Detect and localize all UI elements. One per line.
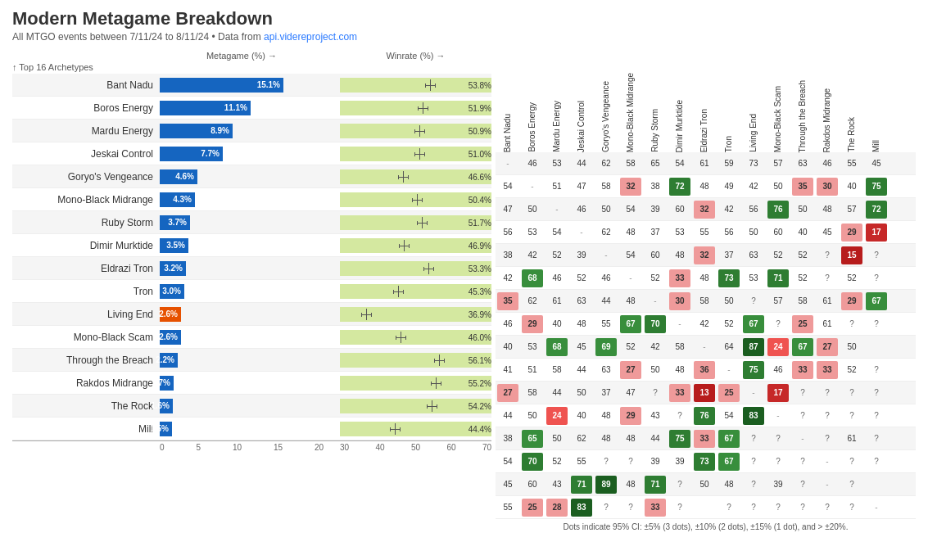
matrix-cell: 55 bbox=[594, 314, 618, 335]
matrix-col-header: Mill bbox=[864, 62, 889, 152]
matrix-cell: 48 bbox=[618, 428, 643, 449]
matrix-cell: 29 bbox=[618, 405, 643, 427]
matrix-cell: 62 bbox=[594, 222, 618, 243]
matrix-cell: 75 bbox=[741, 359, 766, 381]
cell-colored: 33 bbox=[645, 499, 666, 517]
chart-row: Mono-Black Scam 2.6% 46.0% bbox=[12, 326, 491, 349]
matrix-cell: 72 bbox=[668, 176, 692, 197]
matrix-cell: 40 bbox=[496, 336, 520, 358]
matrix-cell: 62 bbox=[569, 428, 594, 449]
matrix-cell: 76 bbox=[692, 405, 717, 427]
data-source-link[interactable]: api.videreproject.com bbox=[264, 31, 357, 43]
archetype-label: The Rock bbox=[12, 400, 160, 412]
meta-bar: 3.2% bbox=[160, 261, 186, 276]
matrix-cell: 48 bbox=[692, 176, 717, 197]
matrix-cell: 73 bbox=[717, 268, 741, 289]
cell-colored: 17 bbox=[866, 224, 887, 242]
matrix-cell: 48 bbox=[618, 222, 643, 243]
matrix-cell: ? bbox=[790, 405, 815, 427]
winrate-marker bbox=[419, 148, 420, 160]
matrix-cell: 58 bbox=[520, 382, 545, 404]
matrix-row: -465344625865546159735763465545 bbox=[496, 152, 916, 175]
matrix-col-header: Living End bbox=[741, 62, 766, 152]
cell-colored: 70 bbox=[645, 315, 666, 333]
cell-colored: 32 bbox=[620, 178, 641, 196]
matrix-cell: 24 bbox=[766, 336, 790, 358]
chart-row: Mardu Energy 8.9% 50.9% bbox=[12, 120, 491, 142]
meta-bar: 4.3% bbox=[160, 192, 195, 207]
matrix-cell: ? bbox=[815, 245, 840, 266]
matrix-row: 46294048556770-425267?2561?? bbox=[496, 313, 916, 336]
matrix-cell: - bbox=[766, 405, 790, 427]
matrix-cell: 70 bbox=[520, 451, 545, 472]
matrix-cell: 57 bbox=[840, 199, 864, 220]
matrix-cell: 45 bbox=[864, 153, 889, 174]
matrix-cell: 39 bbox=[643, 199, 668, 220]
matrix-cell: ? bbox=[864, 245, 889, 266]
matrix-cell: 44 bbox=[643, 428, 668, 449]
cell-colored: 25 bbox=[718, 384, 740, 402]
matrix-cell: 36 bbox=[692, 359, 717, 381]
matrix-cell: ? bbox=[840, 474, 864, 495]
matrix-cell: 52 bbox=[643, 268, 668, 289]
matrix-row: 45604371894871?5048?39?-? bbox=[496, 473, 916, 496]
cell-colored: 24 bbox=[546, 407, 568, 425]
cell-colored: 33 bbox=[792, 361, 813, 379]
matrix-cell: ? bbox=[840, 497, 864, 518]
cell-colored: 73 bbox=[718, 269, 740, 287]
chart-row: Rakdos Midrange 1.7% 55.2% bbox=[12, 372, 491, 395]
cell-colored: 33 bbox=[669, 269, 690, 287]
matrix-cell: ? bbox=[864, 451, 889, 472]
winrate-marker bbox=[403, 171, 404, 183]
chart-row: Mill 1.5% 44.4% bbox=[12, 418, 491, 440]
cell-colored: 67 bbox=[718, 453, 740, 471]
matrix-cell: 53 bbox=[545, 153, 569, 174]
matrix-cell: ? bbox=[840, 451, 864, 472]
x-axis: 05101520 3040506070 bbox=[12, 440, 491, 452]
meta-bar: 3.0% bbox=[160, 284, 184, 299]
matrix-cell: 67 bbox=[717, 451, 741, 472]
chart-row: Tron 3.0% 45.3% bbox=[12, 280, 491, 303]
matrix-cell: 57 bbox=[766, 153, 790, 174]
matrix-cell: 71 bbox=[766, 268, 790, 289]
matrix-row: 275844503747?331325-17???? bbox=[496, 382, 916, 404]
matrix-cell: 50 bbox=[569, 382, 594, 404]
matrix-cell: 52 bbox=[790, 245, 815, 266]
cell-colored: 73 bbox=[694, 453, 715, 471]
matrix-cell: 50 bbox=[643, 359, 668, 381]
matrix-cell: 48 bbox=[668, 245, 692, 266]
matrix-cell: ? bbox=[864, 268, 889, 289]
matrix-cell: 30 bbox=[668, 291, 692, 312]
footnote: Dots indicate 95% CI: ±5% (3 dots), ±10%… bbox=[496, 522, 916, 531]
matrix-cell: 62 bbox=[520, 291, 545, 312]
matrix-cell: 50 bbox=[717, 291, 741, 312]
matrix-cell: - bbox=[815, 474, 840, 495]
meta-bar: 8.9% bbox=[160, 124, 233, 138]
winrate-marker bbox=[422, 217, 423, 228]
archetype-label: Mono-Black Midrange bbox=[12, 194, 160, 205]
matrix-cell: 33 bbox=[668, 382, 692, 404]
matrix-cell: 37 bbox=[594, 382, 618, 404]
meta-bar: 1.6% bbox=[160, 399, 173, 413]
matrix-cell: ? bbox=[840, 382, 864, 404]
winrate-marker bbox=[398, 286, 399, 297]
cell-colored: 83 bbox=[743, 407, 764, 425]
winrate-value: 46.6% bbox=[469, 172, 491, 181]
matrix-cell: ? bbox=[766, 314, 790, 335]
chart-row: Dimir Murktide 3.5% 46.9% bbox=[12, 234, 491, 257]
cell-colored: 35 bbox=[792, 178, 813, 196]
cell-colored: 76 bbox=[694, 407, 715, 425]
cell-colored: 68 bbox=[546, 338, 568, 356]
matrix-row: 4053684569524258-648724672750 bbox=[496, 336, 916, 359]
meta-value: 1.5% bbox=[150, 424, 169, 433]
winrate-value: 51.7% bbox=[469, 218, 491, 227]
matrix-cell: 42 bbox=[692, 314, 717, 335]
matrix-cell: 46 bbox=[496, 314, 520, 335]
matrix-cell: 71 bbox=[643, 474, 668, 495]
matrix-cell: 63 bbox=[741, 245, 766, 266]
matrix-cell: - bbox=[496, 153, 520, 174]
matrix-cell: 65 bbox=[520, 428, 545, 449]
archetype-label: Rakdos Midrange bbox=[12, 377, 160, 389]
matrix-cell: ? bbox=[594, 497, 618, 518]
chart-row: Ruby Storm 3.7% 51.7% bbox=[12, 211, 491, 234]
